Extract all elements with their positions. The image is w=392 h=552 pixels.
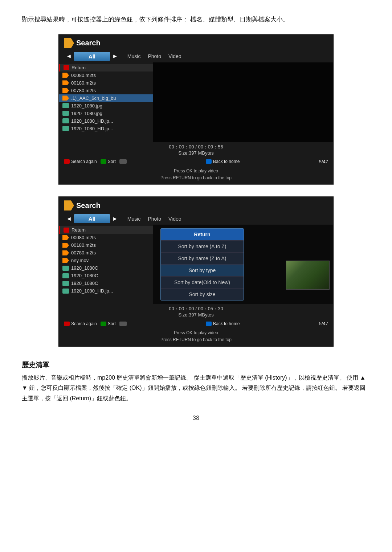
back-to-home-btn[interactable]: Back to home: [206, 159, 240, 164]
nav2-tabs: Music Photo Video: [127, 216, 181, 222]
screen2-header: Search: [59, 197, 333, 213]
list-item[interactable]: 00080.m2ts: [59, 71, 153, 79]
list-item[interactable]: 1920_1080C: [59, 279, 153, 287]
list-item[interactable]: 00180.m2ts: [59, 79, 153, 87]
size-info2: Size:397 MBytes: [64, 312, 328, 318]
screen1-file-list: Return 00080.m2ts 00180.m2ts 00780.m2ts …: [59, 62, 153, 142]
nav-left-arrow[interactable]: ◄: [64, 52, 74, 60]
file-name-return: Return: [72, 65, 86, 70]
sort-menu-type[interactable]: Sort by type: [161, 265, 244, 277]
sort-menu-name-az[interactable]: Sort by name (A to Z): [161, 241, 244, 253]
back-to-home-btn2[interactable]: Back to home: [206, 321, 240, 326]
tab-music[interactable]: Music: [127, 53, 141, 59]
return-icon: [64, 65, 69, 70]
size-info: Size:397 MBytes: [64, 150, 328, 156]
thumbnail-image: [286, 261, 330, 290]
file2-name-return: Return: [72, 227, 86, 233]
page-indicator2: 5/47: [319, 321, 328, 326]
history-body: 播放影片、音樂或相片檔時，mp200 歷史清單將會新增一筆記錄。 從主選單中選取…: [22, 373, 370, 404]
list-item[interactable]: 1920_1080_HD.jp...: [59, 287, 153, 295]
preview-thumbnail2: [286, 261, 330, 290]
tab2-photo[interactable]: Photo: [148, 216, 161, 222]
nav2-right-arrow[interactable]: ►: [110, 215, 120, 223]
screen2-file-list: Return 00080.m2ts 00180.m2ts 00780.m2ts …: [59, 225, 153, 304]
yellow-button-icon: [119, 159, 127, 164]
green-button-icon: [101, 159, 106, 164]
file2-name: 1920_1080C: [71, 281, 98, 286]
return-icon2: [64, 228, 69, 233]
sort-menu-size[interactable]: Sort by size: [161, 289, 244, 300]
tab-video[interactable]: Video: [168, 53, 181, 59]
nav-tabs: Music Photo Video: [127, 53, 181, 59]
nav2-all[interactable]: All: [74, 214, 110, 223]
page-number: 38: [22, 415, 370, 421]
screen1-press-hints: Press OK to play video Press RETURN to g…: [59, 166, 333, 184]
list-item[interactable]: 1920_1080_HD.jp...: [59, 117, 153, 125]
screen1: Search ◄ All ► Music Photo Video Return …: [58, 34, 334, 185]
list-item[interactable]: 1920_1080.jpg: [59, 110, 153, 117]
tab2-music[interactable]: Music: [127, 216, 141, 222]
file-name: 1920_1080_HD.jp...: [71, 118, 113, 124]
screen2-press-hints: Press OK to play video Press RETURN to g…: [59, 328, 333, 346]
history-heading: 歷史清單: [22, 360, 370, 370]
nav-right-arrow[interactable]: ►: [110, 52, 120, 60]
tab2-video[interactable]: Video: [168, 216, 181, 222]
nav-all[interactable]: All: [74, 52, 110, 61]
search-icon: [64, 38, 74, 48]
file2-name: 1920_1080C: [71, 273, 98, 278]
red-button-icon: [64, 159, 70, 164]
search-again-label: Search again: [71, 159, 97, 164]
nav2-left-arrow[interactable]: ◄: [64, 215, 74, 223]
sort-menu-name-za[interactable]: Sort by name (Z to A): [161, 253, 244, 265]
hint-ok: Press OK to play video: [59, 168, 333, 175]
search-again-btn2[interactable]: Search again: [64, 321, 97, 326]
timecode2: 00：00：00 / 00：05：30: [64, 306, 328, 312]
sort-btn[interactable]: Sort: [101, 159, 116, 164]
screen2-nav: ◄ All ► Music Photo Video: [59, 213, 333, 225]
photo-icon2: [62, 266, 69, 271]
red-button-icon2: [64, 322, 70, 326]
file-name: 1920_1080_HD.jp...: [71, 126, 113, 131]
photo-icon2: [62, 289, 69, 294]
file-name: 00780.m2ts: [71, 88, 96, 93]
sort-menu: Return Sort by name (A to Z) Sort by nam…: [160, 228, 244, 300]
list-item[interactable]: 00180.m2ts: [59, 241, 153, 249]
yellow-button-icon2: [119, 322, 127, 326]
list-item[interactable]: 00080.m2ts: [59, 234, 153, 241]
list-item[interactable]: nny.mov: [59, 257, 153, 264]
video-icon: [62, 73, 69, 78]
list-item[interactable]: 1920_1080C: [59, 264, 153, 272]
screen1-footer: Search again Sort Back to home 5/47: [59, 157, 333, 166]
file-item-return[interactable]: Return: [59, 64, 153, 71]
file2-item-return[interactable]: Return: [59, 226, 153, 234]
photo-icon: [62, 118, 69, 123]
list-item[interactable]: 00780.m2ts: [59, 249, 153, 257]
page-indicator: 5/47: [319, 159, 328, 164]
list-item[interactable]: 1920_1080C: [59, 272, 153, 279]
video-icon: [62, 80, 69, 85]
green-button-icon2: [101, 322, 106, 326]
file2-name: 00780.m2ts: [71, 250, 96, 255]
list-item[interactable]: 1920_1080_HD.jp...: [59, 125, 153, 132]
list-item-selected[interactable]: .1)_AAC_6ch_big_bu: [59, 94, 153, 102]
search-icon-box: Search: [64, 38, 101, 48]
file-name: 00080.m2ts: [71, 73, 96, 78]
screen1-nav: ◄ All ► Music Photo Video: [59, 50, 333, 62]
sort-menu-date[interactable]: Sort by date(Old to New): [161, 277, 244, 289]
screen1-info: 00：00：00 / 00：09：56 Size:397 MBytes: [59, 142, 333, 157]
video-icon2: [62, 235, 69, 240]
sort-btn2[interactable]: Sort: [101, 321, 116, 326]
photo-icon: [62, 103, 69, 108]
sort-menu-return[interactable]: Return: [161, 229, 244, 241]
list-item[interactable]: 1920_1080.jpg: [59, 102, 153, 110]
search-again-btn[interactable]: Search again: [64, 159, 97, 164]
file2-name: 1920_1080C: [71, 265, 98, 271]
screen1-title: Search: [76, 39, 101, 47]
blue-button-icon2: [206, 322, 212, 326]
video-icon2: [62, 258, 69, 263]
photo-icon: [62, 126, 69, 131]
tab-photo[interactable]: Photo: [148, 53, 161, 59]
file-name: 1920_1080.jpg: [71, 111, 102, 116]
spacer: [119, 159, 127, 164]
list-item[interactable]: 00780.m2ts: [59, 87, 153, 94]
